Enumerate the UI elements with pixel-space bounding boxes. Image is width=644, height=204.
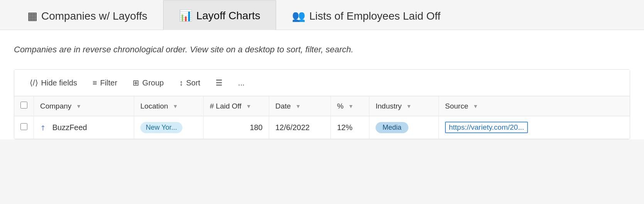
date-cell: 12/6/2022 [269,116,331,139]
source-value: https://variety.com/20... [449,123,524,131]
location-cell: New Yor... [134,116,204,139]
industry-sort-icon: ▼ [406,103,412,109]
group-icon: ⊞ [133,78,139,87]
th-date-label: Date [275,102,291,110]
source-link[interactable]: https://variety.com/20... [445,122,528,133]
companies-icon: ▦ [27,10,37,22]
main-content: Companies are in reverse chronological o… [0,30,644,139]
industry-cell: Media [369,116,439,139]
lists-icon: 👥 [292,10,305,22]
table-header-row: Company ▼ Location ▼ # Laid Off ▼ [14,96,630,116]
th-source[interactable]: Source ▼ [439,96,630,116]
row-checkbox-cell [14,116,34,139]
info-text: Companies are in reverse chronological o… [14,41,630,59]
select-all-checkbox[interactable] [20,102,27,109]
location-badge: New Yor... [140,122,182,133]
tab-charts[interactable]: 📊 Layoff Charts [163,0,276,30]
group-button[interactable]: ⊞ Group [125,75,172,90]
sort-label: Sort [186,79,201,87]
table-row: ↗ BuzzFeed New Yor... 180 12/6/2022 [14,116,630,139]
th-laidoff[interactable]: # Laid Off ▼ [204,96,269,116]
th-company-label: Company [40,102,71,110]
th-industry[interactable]: Industry ▼ [369,96,439,116]
th-location-label: Location [140,102,168,110]
hide-fields-label: Hide fields [41,79,77,87]
th-checkbox [14,96,34,116]
hide-fields-icon: ⟨/⟩ [30,78,38,87]
table-container: ⟨/⟩ Hide fields ≡ Filter ⊞ Group ↕ Sort … [14,69,630,139]
th-laidoff-label: # Laid Off [210,102,241,110]
th-percent[interactable]: % ▼ [331,96,369,116]
charts-icon: 📊 [179,9,192,22]
filter-label: Filter [100,79,117,87]
data-table: Company ▼ Location ▼ # Laid Off ▼ [14,96,630,139]
tab-companies-label: Companies w/ Layoffs [41,10,147,22]
th-date[interactable]: Date ▼ [269,96,331,116]
filter-button[interactable]: ≡ Filter [85,75,125,90]
company-cell: ↗ BuzzFeed [34,116,134,139]
group-label: Group [142,79,164,87]
laidoff-value: 180 [250,123,263,132]
tabs-bar: ▦ Companies w/ Layoffs 📊 Layoff Charts 👥… [0,0,644,30]
tab-companies[interactable]: ▦ Companies w/ Layoffs [12,1,163,30]
th-industry-label: Industry [376,102,402,110]
filter-icon: ≡ [93,79,97,87]
expand-row-icon[interactable]: ↗ [38,122,48,132]
percent-cell: 12% [331,116,369,139]
row-height-button[interactable]: ☰ [208,75,230,90]
th-company[interactable]: Company ▼ [34,96,134,116]
location-sort-icon: ▼ [173,103,178,109]
row-checkbox[interactable] [20,123,27,130]
th-location[interactable]: Location ▼ [134,96,204,116]
date-sort-icon: ▼ [295,103,301,109]
more-label: ... [238,79,244,87]
tab-lists-label: Lists of Employees Laid Off [309,10,440,22]
source-cell: https://variety.com/20... [439,116,630,139]
more-button[interactable]: ... [230,75,252,90]
th-percent-label: % [337,102,344,110]
tab-charts-label: Layoff Charts [196,10,260,22]
hide-fields-button[interactable]: ⟨/⟩ Hide fields [22,75,85,90]
industry-badge: Media [376,122,408,133]
company-sort-icon: ▼ [76,103,81,109]
toolbar: ⟨/⟩ Hide fields ≡ Filter ⊞ Group ↕ Sort … [14,70,630,96]
laidoff-sort-icon: ▼ [246,103,251,109]
th-source-label: Source [445,102,468,110]
location-value: New Yor... [146,124,177,132]
tab-lists[interactable]: 👥 Lists of Employees Laid Off [276,1,456,30]
source-sort-icon: ▼ [473,103,478,109]
row-height-icon: ☰ [216,78,223,87]
date-value: 12/6/2022 [275,123,310,132]
sort-icon: ↕ [179,79,183,87]
percent-sort-icon: ▼ [348,103,354,109]
sort-button[interactable]: ↕ Sort [172,75,208,90]
percent-value: 12% [337,123,352,132]
industry-value: Media [383,124,401,132]
laidoff-cell: 180 [204,116,269,139]
company-name: BuzzFeed [52,123,87,132]
